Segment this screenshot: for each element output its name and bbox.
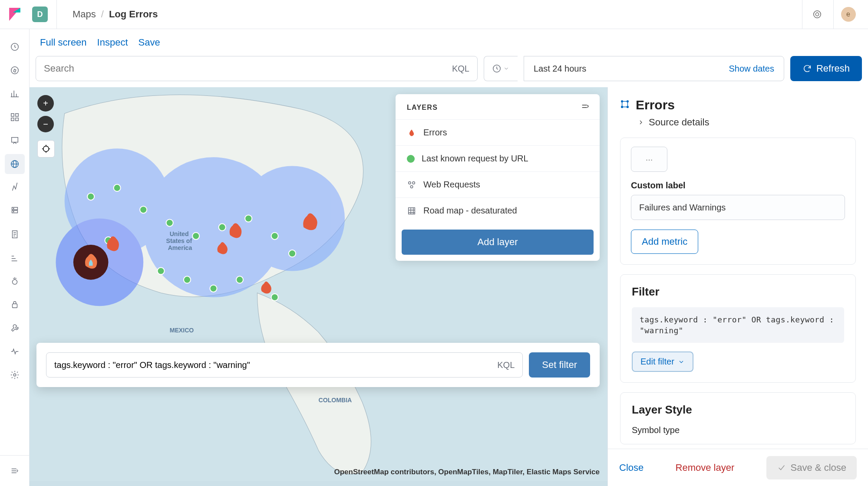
layer-style-heading: Layer Style [632,403,844,417]
query-bar: KQL Last 24 hours Show dates Refresh [30,56,868,87]
chevron-down-icon [678,358,685,365]
timerange-box[interactable]: Last 24 hours Show dates [524,56,784,81]
svg-rect-7 [15,118,18,121]
svg-point-36 [210,285,217,292]
close-button[interactable]: Close [619,462,644,473]
nav-devtools-icon[interactable] [5,318,25,338]
add-metric-button[interactable]: Add metric [631,230,698,254]
source-details-toggle[interactable]: Source details [620,117,856,128]
nav-collapse-icon[interactable] [5,461,25,481]
chevron-right-icon [637,119,644,126]
save-close-button[interactable]: Save & close [766,456,857,479]
svg-point-16 [12,279,17,284]
svg-point-37 [236,276,243,283]
user-avatar[interactable]: e [833,0,863,29]
filter-expression: tags.keyword : "error" OR tags.keyword :… [632,307,844,343]
check-icon [777,463,786,473]
svg-rect-17 [12,304,17,308]
set-filter-button[interactable]: Set filter [529,352,590,378]
map-attribution: OpenStreetMap contributors, OpenMapTiles… [334,468,600,476]
filter-input-wrapper: KQL [46,352,523,378]
space-selector[interactable]: D [32,7,48,22]
nav-siem-icon[interactable] [5,295,25,315]
timerange-value: Last 24 hours [534,64,586,74]
map-canvas[interactable]: United States of America MEXICO COLOMBIA… [30,87,607,486]
save-close-label: Save & close [791,462,846,473]
refresh-button[interactable]: Refresh [790,56,862,81]
filter-input[interactable] [54,360,497,370]
app-toolbar: Full screen Inspect Save [30,29,868,56]
zoom-in-button[interactable]: + [37,95,54,112]
svg-text:America: America [168,244,192,251]
nav-management-icon[interactable] [5,365,25,385]
kql-badge[interactable]: KQL [452,64,469,74]
show-dates-link[interactable]: Show dates [729,64,774,74]
zoom-controls: + − [37,95,55,158]
nav-canvas-icon[interactable] [5,131,25,151]
custom-label-input[interactable]: Failures and Warnings [631,195,845,220]
add-layer-button[interactable]: Add layer [402,230,594,255]
nav-visualize-icon[interactable] [5,84,25,104]
edit-filter-button[interactable]: Edit filter [632,351,693,372]
zoom-out-button[interactable]: − [37,116,54,132]
fire-icon [407,128,416,138]
layer-item-last-request[interactable]: Last known request by URL [396,145,600,171]
svg-point-53 [627,101,629,102]
svg-point-35 [184,276,191,283]
app-logo[interactable] [0,0,30,29]
svg-point-34 [157,267,164,274]
svg-point-33 [289,250,296,257]
nav-apm-icon[interactable] [5,248,25,268]
breadcrumb-sep: / [101,9,104,20]
nav-recent-icon[interactable] [5,37,25,57]
kql-badge[interactable]: KQL [497,360,515,370]
nav-infra-icon[interactable] [5,201,25,221]
save-link[interactable]: Save [139,37,160,48]
layer-settings-panel: Errors Source details ··· Custom label F… [607,87,868,486]
svg-rect-8 [11,138,18,142]
svg-rect-5 [15,114,18,116]
nav-uptime-icon[interactable] [5,271,25,291]
fit-bounds-button[interactable] [37,140,55,158]
remove-layer-button[interactable]: Remove layer [676,462,735,473]
nav-dashboard-icon[interactable] [5,107,25,127]
refresh-label: Refresh [816,63,850,74]
search-input[interactable] [44,63,452,74]
search-input-wrapper: KQL [36,56,478,81]
svg-point-32 [271,233,278,240]
layer-label: Errors [423,128,447,138]
avatar-letter: e [841,7,856,22]
left-nav [0,29,30,486]
time-quick-button[interactable] [484,56,518,81]
filter-card: Filter tags.keyword : "error" OR tags.ke… [620,274,856,383]
refresh-icon [802,64,812,73]
layers-panel: LAYERS Errors Last known request by URL … [396,94,600,261]
nav-discover-icon[interactable] [5,60,25,80]
nav-logs-icon[interactable] [5,224,25,244]
svg-point-46 [43,146,49,152]
svg-point-26 [114,184,121,191]
nav-ml-icon[interactable] [5,177,25,197]
layer-item-web-requests[interactable]: Web Requests [396,171,600,197]
chevron-down-icon [503,66,509,72]
green-dot-icon [407,155,415,163]
nav-monitoring-icon[interactable] [5,342,25,361]
inspect-link[interactable]: Inspect [97,37,128,48]
breadcrumb-root[interactable]: Maps [73,9,96,20]
cluster-icon [407,180,416,190]
svg-rect-51 [622,102,628,107]
nav-maps-icon[interactable] [5,154,25,174]
layer-label: Web Requests [423,180,480,190]
custom-label-value: Failures and Warnings [639,203,726,213]
layer-item-errors[interactable]: Errors [396,119,600,145]
layer-item-roadmap[interactable]: Road map - desaturated [396,197,600,223]
metric-count-field[interactable]: ··· [631,147,667,172]
breadcrumb: Maps / Log Errors [56,0,158,29]
svg-point-55 [627,106,629,108]
news-icon[interactable] [802,0,832,29]
crosshair-icon [41,144,51,154]
collapse-layers-icon[interactable] [581,102,590,113]
workspace: Full screen Inspect Save KQL Last 24 hou… [30,29,868,486]
svg-point-25 [87,193,94,200]
fullscreen-link[interactable]: Full screen [40,37,87,48]
